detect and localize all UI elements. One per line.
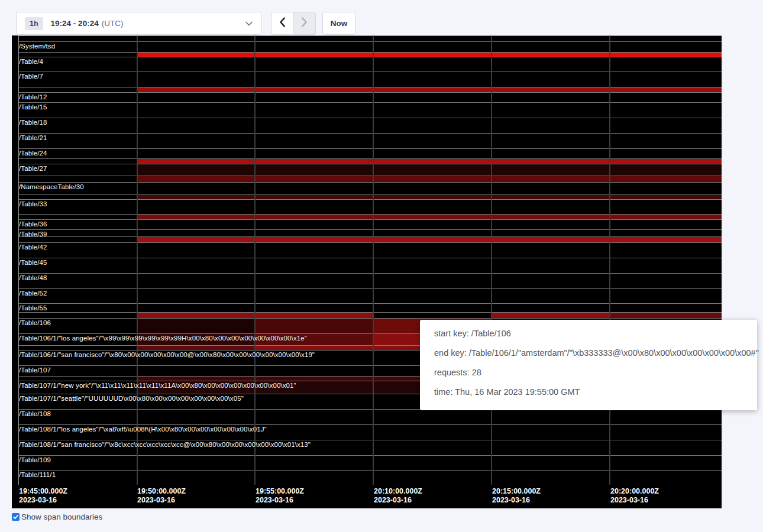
- heat-cell[interactable]: [610, 313, 722, 318]
- keyspace-row[interactable]: /Table/15: [18, 102, 722, 118]
- show-span-boundaries-checkbox[interactable]: [12, 513, 20, 521]
- keyspace-row[interactable]: /Table/48: [18, 273, 722, 288]
- heat-cell[interactable]: [137, 195, 255, 199]
- keyspace-row[interactable]: /Table/33: [18, 199, 722, 214]
- heat-cell[interactable]: [610, 87, 722, 92]
- heat-cell[interactable]: [610, 176, 722, 182]
- heat-band-row[interactable]: [18, 194, 722, 199]
- next-time-button[interactable]: [293, 12, 316, 35]
- heat-cell[interactable]: [373, 164, 492, 176]
- heat-band-row[interactable]: [18, 214, 722, 219]
- heat-band-row[interactable]: [18, 158, 722, 164]
- range-text: 19:24 - 20:24: [51, 19, 99, 28]
- keyspace-rows: /System/tsd/Table/4/Table/7/Table/12/Tab…: [18, 35, 722, 485]
- heat-cell[interactable]: [492, 313, 610, 318]
- heat-cell[interactable]: [137, 237, 255, 242]
- key-label: /Table/55: [19, 304, 47, 312]
- keyspace-row[interactable]: /Table/52: [18, 288, 722, 303]
- heat-cell[interactable]: [610, 159, 722, 164]
- heat-band-row[interactable]: [18, 87, 722, 92]
- heat-band-row[interactable]: [18, 176, 722, 182]
- heat-cell[interactable]: [610, 215, 722, 219]
- keyspace-row[interactable]: /Table/108/1/"los angeles"/"\xa8\xf5\u00…: [18, 424, 722, 440]
- keyspace-row[interactable]: /Table/4: [18, 57, 722, 72]
- keyspace-row[interactable]: /Table/36: [18, 219, 722, 229]
- heat-cell[interactable]: [373, 87, 492, 92]
- keyspace-row[interactable]: /Table/108: [18, 409, 722, 424]
- keyspace-row[interactable]: /Table/108/1/"san francisco"/"\x8c\xcc\x…: [18, 440, 722, 455]
- keyspace-row[interactable]: /NamespaceTable/30: [18, 182, 722, 194]
- heat-cell[interactable]: [137, 53, 255, 57]
- key-label: /Table/52: [19, 290, 47, 297]
- heat-cell[interactable]: [137, 176, 255, 182]
- heat-cell[interactable]: [255, 237, 373, 242]
- time-range-selector[interactable]: 1h 19:24 - 20:24 (UTC): [16, 12, 261, 35]
- keyspace-row[interactable]: /Table/55: [18, 303, 722, 312]
- heat-cell[interactable]: [137, 159, 255, 164]
- key-label: /System/tsd: [19, 43, 55, 50]
- prev-time-button[interactable]: [271, 12, 293, 35]
- heat-cell[interactable]: [255, 176, 373, 182]
- keyspace-row[interactable]: /Table/45: [18, 258, 722, 273]
- keyspace-row[interactable]: /Table/27: [18, 164, 722, 176]
- keyspace-row[interactable]: /Table/109: [18, 455, 722, 470]
- key-label: /Table/107/1/"seattle"/"UUUUUUD\x00\x80\…: [19, 395, 244, 402]
- heat-cell[interactable]: [137, 164, 255, 176]
- keyspace-row[interactable]: /Table/21: [18, 133, 722, 148]
- keyspace-row[interactable]: /Table/111/1: [18, 470, 722, 485]
- heat-cell[interactable]: [492, 237, 610, 242]
- heat-cell[interactable]: [373, 159, 492, 164]
- heat-cell[interactable]: [255, 319, 373, 333]
- heat-cell[interactable]: [492, 176, 610, 182]
- heat-cell[interactable]: [255, 53, 373, 57]
- show-span-boundaries-control[interactable]: Show span boundaries: [12, 512, 102, 521]
- key-label: /Table/106/1/"los angeles"/"\x99\x99\x99…: [19, 335, 307, 342]
- heat-cell[interactable]: [492, 53, 610, 57]
- heat-band-row[interactable]: [18, 236, 722, 242]
- keyspace-row[interactable]: /System/tsd: [18, 41, 722, 52]
- heat-cell[interactable]: [492, 159, 610, 164]
- keyspace-row[interactable]: /Table/24: [18, 148, 722, 158]
- keyspace-row[interactable]: /Table/18: [18, 118, 722, 133]
- heat-cell[interactable]: [255, 164, 373, 176]
- heat-cell[interactable]: [492, 215, 610, 219]
- heat-cell[interactable]: [255, 195, 373, 199]
- heat-cell[interactable]: [373, 53, 492, 57]
- key-label: /Table/108: [19, 410, 51, 417]
- now-button[interactable]: Now: [322, 12, 355, 35]
- heat-cell[interactable]: [137, 215, 255, 219]
- heat-cell[interactable]: [137, 346, 255, 350]
- heat-cell[interactable]: [610, 237, 722, 242]
- key-label: /Table/109: [19, 456, 51, 463]
- heat-cell[interactable]: [492, 87, 610, 92]
- heat-cell[interactable]: [373, 176, 492, 182]
- heat-cell[interactable]: [373, 195, 492, 199]
- heat-cell[interactable]: [255, 215, 373, 219]
- heat-cell[interactable]: [610, 164, 722, 176]
- keyspace-row[interactable]: /Table/42: [18, 242, 722, 258]
- heat-cell[interactable]: [255, 313, 373, 318]
- heat-cell[interactable]: [137, 87, 255, 92]
- heat-cell[interactable]: [255, 346, 373, 350]
- heat-band-row[interactable]: [18, 52, 722, 57]
- heat-cell[interactable]: [373, 237, 492, 242]
- heat-cell[interactable]: [255, 159, 373, 164]
- keyspace-row[interactable]: /Table/12: [18, 92, 722, 102]
- heat-cell[interactable]: [610, 195, 722, 199]
- heat-cell[interactable]: [137, 377, 255, 381]
- tooltip-line: start key: /Table/106: [434, 327, 743, 339]
- heat-cell[interactable]: [492, 164, 610, 176]
- heat-cell[interactable]: [610, 53, 722, 57]
- heat-cell[interactable]: [492, 195, 610, 199]
- heat-cell[interactable]: [255, 87, 373, 92]
- heat-band-row[interactable]: [18, 312, 722, 318]
- key-visualizer-canvas[interactable]: /System/tsd/Table/4/Table/7/Table/12/Tab…: [12, 35, 722, 508]
- time-tick-label: 20:15:00.000Z2023-03-16: [492, 487, 541, 505]
- keyspace-row[interactable]: /Table/7: [18, 72, 722, 87]
- heat-band-row[interactable]: [18, 35, 722, 41]
- heat-cell[interactable]: [137, 319, 255, 333]
- heat-cell[interactable]: [373, 215, 492, 219]
- keyspace-row[interactable]: /Table/39: [18, 229, 722, 236]
- heat-cell[interactable]: [255, 377, 373, 381]
- heat-cell[interactable]: [137, 313, 255, 318]
